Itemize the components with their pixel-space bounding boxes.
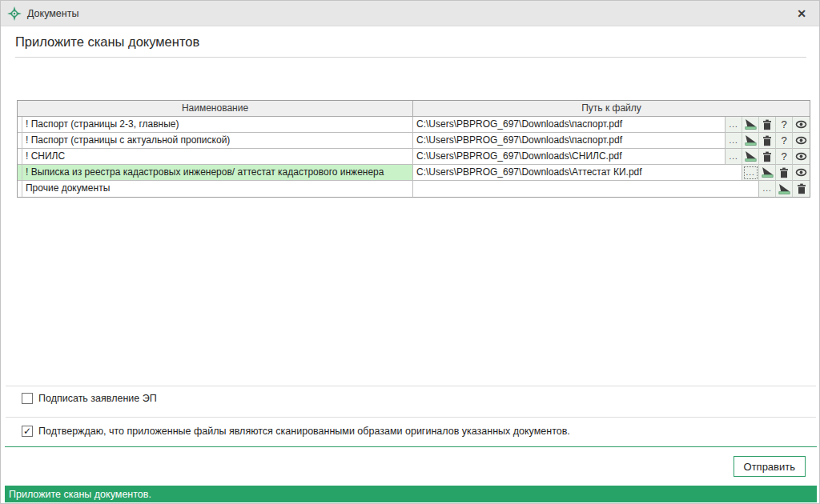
close-button[interactable]: ✕ [794,6,810,22]
document-name: ! СНИЛС [22,149,413,165]
file-path-field[interactable]: C:\Users\PBPROG_697\Downloads\Аттестат К… [413,165,742,181]
trash-icon [762,151,773,162]
trash-icon [762,135,773,146]
scanner-icon [745,150,757,162]
ellipsis-icon: ... [730,122,738,128]
documents-table: Наименование Путь к файлу ! Паспорт (стр… [17,100,810,198]
app-compass-icon [7,6,22,21]
divider [6,417,816,418]
status-bar: Приложите сканы документов. [5,486,817,502]
view-button[interactable] [793,133,810,149]
table-header: Наименование Путь к файлу [18,101,810,117]
eye-icon [795,118,807,130]
browse-button[interactable]: ... [742,165,759,181]
document-name: ! Паспорт (страницы 2-3, главные) [22,117,413,133]
view-button[interactable] [793,165,810,181]
browse-button[interactable]: ... [726,117,742,133]
table-row-selected: ! Выписка из реестра кадастровых инженер… [18,165,810,181]
delete-button[interactable] [759,117,776,133]
sign-checkbox[interactable] [22,393,33,404]
ellipsis-icon: ... [730,154,738,160]
titlebar: Документы ✕ [1,1,819,26]
table-row: ! СНИЛС C:\Users\PBPROG_697\Downloads\СН… [18,149,810,165]
window-title: Документы [27,8,794,19]
file-path-field[interactable]: C:\Users\PBPROG_697\Downloads\паспорт.pd… [413,117,726,133]
page-title: Приложите сканы документов [15,34,199,50]
column-header-path: Путь к файлу [413,101,810,117]
scanner-icon [762,166,774,178]
document-name: ! Выписка из реестра кадастровых инженер… [22,165,413,181]
eye-icon [795,150,807,162]
eye-icon [795,134,807,146]
divider [6,386,816,386]
browse-button[interactable]: ... [726,133,742,149]
sign-checkbox-label: Подписать заявление ЭП [38,393,157,404]
question-icon: ? [781,134,786,146]
sign-checkbox-row: Подписать заявление ЭП [22,393,157,404]
scanner-icon [745,118,757,130]
table-row: ! Паспорт (страницы 2-3, главные) C:\Use… [18,117,810,133]
help-button[interactable]: ? [776,117,793,133]
file-path-field[interactable]: C:\Users\PBPROG_697\Downloads\СНИЛС.pdf [413,149,726,165]
table-row: Прочие документы ... [18,181,810,197]
scan-button[interactable] [759,165,776,181]
delete-button[interactable] [759,149,776,165]
ellipsis-icon: ... [746,170,754,176]
documents-dialog: Документы ✕ Приложите сканы документов Н… [0,0,820,504]
confirm-checkbox-label: Подтверждаю, что приложенные файлы являю… [38,426,570,437]
view-button[interactable] [793,117,810,133]
document-name: Прочие документы [22,181,413,197]
view-button[interactable] [793,149,810,165]
help-button[interactable]: ? [776,133,793,149]
scan-button[interactable] [776,181,793,197]
file-path-field[interactable] [413,181,759,197]
ellipsis-icon: ... [730,138,738,144]
confirm-checkbox-row: ✓ Подтверждаю, что приложенные файлы явл… [22,426,570,437]
trash-icon [762,119,773,130]
scanner-icon [745,134,757,146]
question-icon: ? [781,150,786,162]
browse-button[interactable]: ... [726,149,742,165]
trash-icon [796,183,807,194]
browse-button[interactable]: ... [759,181,776,197]
file-path-field[interactable]: C:\Users\PBPROG_697\Downloads\паспорт.pd… [413,133,726,149]
eye-icon [795,166,807,178]
confirm-checkbox[interactable]: ✓ [22,426,33,437]
heading-underline [15,57,806,58]
question-icon: ? [781,118,786,130]
scan-button[interactable] [742,133,759,149]
help-button[interactable]: ? [776,149,793,165]
table-row: ! Паспорт (страницы с актуальной прописк… [18,133,810,149]
scan-button[interactable] [742,117,759,133]
document-name: ! Паспорт (страницы с актуальной прописк… [22,133,413,149]
ellipsis-icon: ... [762,186,771,192]
delete-button[interactable] [793,181,810,197]
scanner-icon [778,183,790,195]
send-button[interactable]: Отправить [734,456,806,477]
delete-button[interactable] [759,133,776,149]
scan-button[interactable] [742,149,759,165]
status-message: Приложите сканы документов. [9,489,151,500]
green-divider [5,446,817,447]
delete-button[interactable] [776,165,793,181]
trash-icon [778,167,790,178]
column-header-name: Наименование [18,101,413,117]
